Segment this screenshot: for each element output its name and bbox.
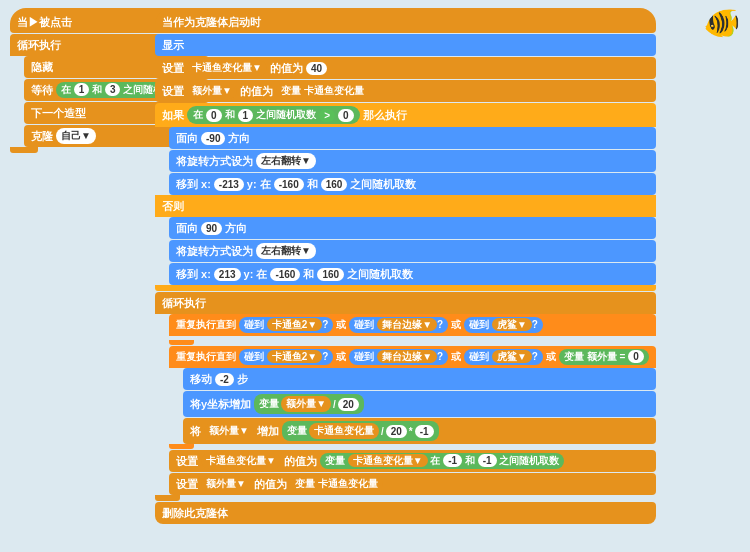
forever-cap-outer — [155, 495, 180, 501]
workspace: 🐠 当▶被点击 循环执行 隐藏 等待 在 1 和 3 — [0, 0, 750, 552]
repeat-until-body-2: 移动 -2 步 将y坐标增加 变量 额外量▼ / 20 — [183, 368, 656, 444]
set-rotation-style-1[interactable]: 将旋转方式设为 左右翻转▼ — [169, 150, 656, 172]
else-block: 否则 — [155, 195, 656, 217]
set-extra-inner[interactable]: 设置 额外量▼ 的值为 变量 卡通鱼变化量 — [169, 473, 656, 495]
if-block: 如果 在 0 和 1 之间随机取数 > 0 那么执行 面向 -90 方向 — [155, 103, 656, 291]
clone-start-label: 当作为克隆体启动时 — [162, 15, 261, 30]
if-false-body: 面向 90 方向 将旋转方式设为 左右翻转▼ 移到 x: 213 y: 在 -1… — [169, 217, 656, 285]
repeat-until-cap-2 — [169, 444, 194, 449]
set-fish-random[interactable]: 设置 卡通鱼变化量▼ 的值为 变量 卡通鱼变化量▼ 在 -1 和 -1 之间随机… — [169, 450, 656, 472]
set-fish-var-block[interactable]: 设置 卡通鱼变化量▼ 的值为 40 — [155, 57, 656, 79]
repeat-until-body-1 — [169, 336, 656, 340]
repeat-until-header-2[interactable]: 重复执行直到 碰到 卡通鱼2▼? 或 碰到 舞台边缘▼? 或 碰到 虎鲨▼? 或… — [169, 346, 656, 368]
fish-icon: 🐠 — [703, 5, 740, 40]
forever-cap — [10, 147, 38, 153]
if-header[interactable]: 如果 在 0 和 1 之间随机取数 > 0 那么执行 — [155, 103, 656, 127]
change-extra-val: 变量 卡通鱼变化量 / 20 * -1 — [282, 421, 439, 441]
forever-outer: 循环执行 重复执行直到 碰到 卡通鱼2▼? 或 碰到 舞台边缘▼? 或 碰到 虎… — [155, 292, 656, 501]
set-rotation-style-2[interactable]: 将旋转方式设为 左右翻转▼ — [169, 240, 656, 262]
repeat-until-cap-1 — [169, 340, 194, 345]
goto-x-neg213[interactable]: 移到 x: -213 y: 在 -160 和 160 之间随机取数 — [169, 173, 656, 195]
hat-label: 当▶被点击 — [17, 15, 72, 30]
goto-x-213[interactable]: 移到 x: 213 y: 在 -160 和 160 之间随机取数 — [169, 263, 656, 285]
if-cap — [155, 285, 656, 291]
clone-start-hat[interactable]: 当作为克隆体启动时 — [155, 8, 656, 33]
if-true-body: 面向 -90 方向 将旋转方式设为 左右翻转▼ 移到 x: -213 y: 在 … — [169, 127, 656, 195]
face-neg90[interactable]: 面向 -90 方向 — [169, 127, 656, 149]
repeat-until-2: 重复执行直到 碰到 卡通鱼2▼? 或 碰到 舞台边缘▼? 或 碰到 虎鲨▼? 或… — [169, 346, 656, 449]
repeat-until-1: 重复执行直到 碰到 卡通鱼2▼? 或 碰到 舞台边缘▼? 或 碰到 虎鲨▼? — [169, 314, 656, 345]
change-y-val: 变量 额外量▼ / 20 — [254, 394, 364, 414]
move-neg2[interactable]: 移动 -2 步 — [183, 368, 656, 390]
forever-label-outer[interactable]: 循环执行 — [155, 292, 656, 314]
show-block[interactable]: 显示 — [155, 34, 656, 56]
change-y[interactable]: 将y坐标增加 变量 额外量▼ / 20 — [183, 391, 656, 417]
set-extra-block[interactable]: 设置 额外量▼ 的值为 变量 卡通鱼变化量 — [155, 80, 656, 102]
repeat-until-header-1[interactable]: 重复执行直到 碰到 卡通鱼2▼? 或 碰到 舞台边缘▼? 或 碰到 虎鲨▼? — [169, 314, 656, 336]
change-extra[interactable]: 将 额外量▼ 增加 变量 卡通鱼变化量 / 20 * -1 — [183, 418, 656, 444]
if-condition: 在 0 和 1 之间随机取数 > 0 — [187, 106, 360, 124]
main-script: 当作为克隆体启动时 显示 设置 卡通鱼变化量▼ 的值为 40 设置 额外量▼ 的… — [155, 8, 656, 524]
forever-body: 重复执行直到 碰到 卡通鱼2▼? 或 碰到 舞台边缘▼? 或 碰到 虎鲨▼? — [169, 314, 656, 495]
delete-clone-block[interactable]: 删除此克隆体 — [155, 502, 656, 524]
face-90[interactable]: 面向 90 方向 — [169, 217, 656, 239]
